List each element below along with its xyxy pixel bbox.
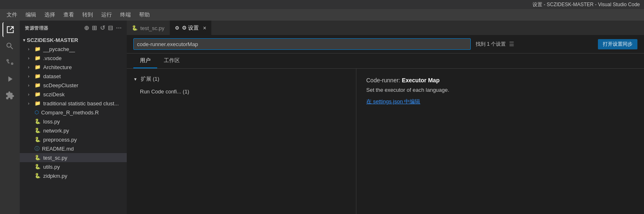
settings-body: ▼ 扩展 (1) Run Code confi... (1) Code-runn…	[127, 69, 644, 214]
tree-item-vscode[interactable]: › 📁 .vscode	[20, 54, 127, 63]
tree-item-architecture[interactable]: › 📁 Architecture	[20, 63, 127, 72]
folder-icon: 📁	[35, 82, 41, 88]
settings-tabs: 用户 工作区	[127, 54, 644, 69]
settings-item-label: Run Code confi... (1)	[140, 88, 189, 95]
folder-arrow-icon: ›	[28, 47, 33, 51]
menu-goto[interactable]: 转到	[79, 10, 96, 19]
tab-python-icon: 🐍	[132, 25, 138, 31]
tree-item-scdeepcluster[interactable]: › 📁 scDeepCluster	[20, 81, 127, 90]
more-actions-icon[interactable]: ···	[116, 24, 122, 32]
tree-item-label: test_sc.py	[43, 155, 67, 161]
settings-item-run-code[interactable]: Run Code confi... (1)	[133, 86, 349, 97]
menu-bar: 文件 编辑 选择 查看 转到 运行 终端 帮助	[0, 9, 644, 21]
tree-item-zidpkm[interactable]: › 🐍 zidpkm.py	[20, 171, 127, 180]
tree-item-traditional[interactable]: › 📁 traditional statistic based clust...	[20, 99, 127, 108]
tab-settings-icon: ⚙	[175, 25, 179, 31]
menu-terminal[interactable]: 终端	[117, 10, 134, 19]
folder-arrow-icon: ›	[28, 83, 33, 88]
new-folder-icon[interactable]: ⊞	[92, 24, 98, 32]
folder-arrow-icon: ›	[28, 65, 33, 70]
tree-item-dataset[interactable]: › 📁 dataset	[20, 72, 127, 81]
tree-item-sczidesk[interactable]: › 📁 scziDesk	[20, 90, 127, 99]
root-arrow-icon: ▾	[23, 38, 25, 42]
tree-item-label: preprocess.py	[43, 137, 77, 143]
tab-close-icon[interactable]: ×	[203, 25, 206, 31]
tree-item-label: loss.py	[43, 119, 60, 125]
folder-icon: 📁	[35, 73, 41, 79]
activity-source-control-icon[interactable]	[2, 55, 17, 70]
menu-view[interactable]: 查看	[60, 10, 77, 19]
refresh-icon[interactable]: ↺	[100, 24, 106, 32]
settings-content: 找到 1 个设置 ☰ 打开设置同步 用户 工作区 ▼ 扩展 (1) Run	[127, 35, 644, 214]
tree-item-network[interactable]: › 🐍 network.py	[20, 126, 127, 135]
detail-title-prefix: Code-runner:	[366, 77, 402, 84]
tree-item-label: __pycache__	[43, 46, 75, 52]
folder-icon: 📁	[35, 55, 41, 61]
menu-edit[interactable]: 编辑	[22, 10, 40, 19]
menu-help[interactable]: 帮助	[136, 10, 153, 19]
folder-icon: 📁	[35, 100, 41, 106]
tabs-bar: 🐍 test_sc.py ⚙ ⚙ 设置 ×	[127, 21, 644, 35]
folder-arrow-icon: ›	[28, 74, 33, 79]
settings-tab-user[interactable]: 用户	[133, 54, 157, 68]
editor-area: 🐍 test_sc.py ⚙ ⚙ 设置 × 找到 1 个设置 ☰ 打开设置同步 …	[127, 21, 644, 214]
python-file-icon: 🐍	[35, 155, 41, 160]
section-arrow-icon: ▼	[133, 77, 137, 81]
tree-item-label: scDeepCluster	[43, 82, 78, 88]
edit-settings-json-link[interactable]: 在 settings.json 中编辑	[366, 98, 421, 105]
tree-item-label: .vscode	[43, 55, 62, 61]
menu-select[interactable]: 选择	[41, 10, 58, 19]
tree-item-preprocess[interactable]: › 🐍 preprocess.py	[20, 135, 127, 144]
tab-label: test_sc.py	[140, 25, 165, 31]
tree-item-readme[interactable]: › ⓘ README.md	[20, 144, 127, 153]
folder-arrow-icon: ›	[28, 92, 33, 97]
tree-item-utils[interactable]: › 🐍 utils.py	[20, 162, 127, 171]
tree-item-label: scziDesk	[43, 91, 65, 98]
settings-search-input[interactable]	[133, 38, 471, 50]
activity-explorer-icon[interactable]	[2, 22, 17, 37]
settings-tab-workspace[interactable]: 工作区	[157, 54, 186, 68]
python-file-icon: 🐍	[35, 128, 41, 133]
menu-run[interactable]: 运行	[98, 10, 115, 19]
new-file-icon[interactable]: ⊕	[84, 24, 90, 32]
settings-list-icon[interactable]: ☰	[509, 41, 514, 47]
open-settings-json-button[interactable]: 打开设置同步	[598, 39, 637, 49]
activity-bar	[0, 21, 20, 214]
activity-search-icon[interactable]	[2, 39, 17, 54]
tab-settings[interactable]: ⚙ ⚙ 设置 ×	[170, 21, 212, 35]
python-file-icon: 🐍	[35, 173, 41, 179]
tree-item-loss[interactable]: › 🐍 loss.py	[20, 117, 127, 126]
settings-section-extensions[interactable]: ▼ 扩展 (1)	[133, 75, 349, 83]
tree-item-compare-r[interactable]: › ⬡ Compare_R_methods.R	[20, 108, 127, 117]
setting-detail-title: Code-runner: Executor Map	[366, 77, 634, 84]
section-label: 扩展 (1)	[141, 76, 160, 82]
settings-left-panel: ▼ 扩展 (1) Run Code confi... (1)	[127, 69, 356, 214]
settings-detail-panel: Code-runner: Executor Map Set the execut…	[356, 69, 644, 214]
folder-icon: 📁	[35, 64, 41, 70]
tree-item-pycache[interactable]: › 📁 __pycache__	[20, 44, 127, 54]
activity-extensions-icon[interactable]	[2, 88, 17, 103]
title-bar: 设置 - SCZIDESK-MASTER - Visual Studio Cod…	[0, 0, 644, 9]
tree-item-label: dataset	[43, 73, 61, 79]
folder-icon: 📁	[35, 91, 41, 97]
tree-root-name: SCZIDESK-MASTER	[27, 37, 78, 43]
tab-test-sc[interactable]: 🐍 test_sc.py	[127, 21, 170, 35]
tree-item-label: zidpkm.py	[43, 173, 67, 179]
sidebar: 资源管理器 ⊕ ⊞ ↺ ⊟ ··· ▾ SCZIDESK-MASTER › 📁	[20, 21, 127, 214]
tree-item-label: network.py	[43, 128, 69, 134]
activity-run-icon[interactable]	[2, 72, 17, 86]
tree-root-label[interactable]: ▾ SCZIDESK-MASTER	[20, 35, 127, 44]
detail-title-bold: Executor Map	[402, 77, 439, 84]
tree-root: ▾ SCZIDESK-MASTER › 📁 __pycache__ › 📁 .v…	[20, 35, 127, 180]
tree-item-label: README.md	[42, 146, 74, 152]
tree-item-label: Compare_R_methods.R	[41, 109, 99, 116]
tree-item-test-sc[interactable]: › 🐍 test_sc.py	[20, 153, 127, 162]
tree-item-label: utils.py	[43, 164, 60, 170]
menu-file[interactable]: 文件	[3, 10, 21, 19]
collapse-all-icon[interactable]: ⊟	[108, 24, 114, 32]
sidebar-header-icons: ⊕ ⊞ ↺ ⊟ ···	[84, 24, 122, 32]
title-text: 设置 - SCZIDESK-MASTER - Visual Studio Cod…	[532, 1, 640, 8]
r-file-icon: ⬡	[35, 109, 39, 115]
setting-detail-description: Set the executor of each language.	[366, 87, 634, 93]
sidebar-header: 资源管理器 ⊕ ⊞ ↺ ⊟ ···	[20, 21, 127, 35]
